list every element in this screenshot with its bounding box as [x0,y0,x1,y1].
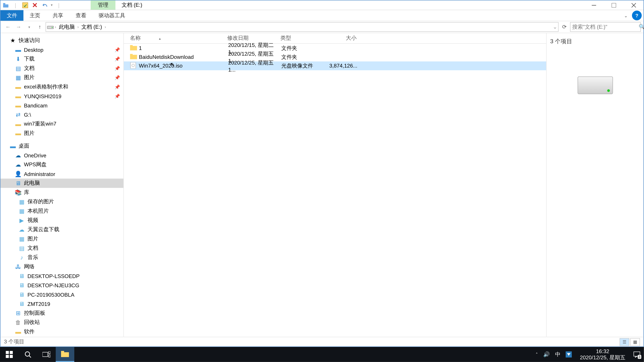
help-icon[interactable]: ? [632,10,642,20]
nav-label: 回收站 [24,319,40,326]
chevron-right-icon[interactable]: › [104,25,107,29]
nav-documents[interactable]: ▤文档📌 [0,64,124,73]
nav-wps[interactable]: ☁WPS网盘 [0,160,124,169]
tab-file[interactable]: 文件 [0,10,24,21]
tray-expand-icon[interactable]: ˄ [536,352,538,357]
nav-net-pc4[interactable]: 🖥ZMT2019 [0,299,124,308]
col-name[interactable]: 名称▲ [130,34,227,42]
undo-icon[interactable] [41,1,48,8]
nav-music[interactable]: ♪音乐 [0,253,124,262]
start-button[interactable] [0,347,18,362]
nav-onedrive[interactable]: ☁OneDrive [0,151,124,160]
col-date[interactable]: 修改日期 [227,34,280,42]
nav-bandicam[interactable]: ▬Bandicam [0,101,124,110]
search-box[interactable]: 🔍 [570,22,641,32]
back-button[interactable]: ← [3,22,13,32]
taskbar[interactable]: ˄ 🔊 中 16:32 2020/12/25, 星期五 3 [0,347,644,362]
address-dropdown-icon[interactable]: ⌄ [553,24,557,30]
nav-recycle[interactable]: 🗑回收站 [0,318,124,327]
file-list[interactable]: 名称▲ 修改日期 类型 大小 1 2020/12/15, 星期二 1... 文件… [124,33,546,337]
minimize-button[interactable] [584,0,604,10]
breadcrumb[interactable]: › 此电脑 › 文档 (E:) › ⌄ [46,22,559,32]
action-center-icon[interactable]: 3 [633,351,640,358]
ime-indicator[interactable]: 中 [555,351,560,358]
nav-this-pc[interactable]: 🖥此电脑 [0,178,124,188]
svg-rect-16 [10,351,13,354]
nav-saved-pics[interactable]: ▦保存的图片 [0,197,124,206]
nav-network[interactable]: 🖧网络 [0,262,124,271]
nav-net-pc3[interactable]: 🖥PC-20190530OBLA [0,290,124,299]
nav-desktop-root[interactable]: ▬桌面 [0,141,124,151]
context-tab-manage[interactable]: 管理 [91,0,116,10]
nav-pictures3[interactable]: ▦图片 [0,234,124,244]
history-dropdown-icon[interactable]: ▾ [24,22,34,32]
nav-video[interactable]: ▶视频 [0,216,124,225]
nav-pictures2[interactable]: ▬图片 [0,129,124,138]
separator: | [55,1,62,8]
svg-rect-25 [61,351,64,353]
nav-documents2[interactable]: ▤文档 [0,244,124,253]
col-type[interactable]: 类型 [280,34,325,42]
computer-icon: 🖥 [18,273,25,280]
folder-icon [130,53,137,60]
nav-pictures[interactable]: ▦图片📌 [0,73,124,82]
tab-drive-tools[interactable]: 驱动器工具 [92,10,131,21]
file-date: 2020/12/25, 星期五 1... [228,59,281,73]
nav-g-drive[interactable]: ⇄G:\ [0,110,124,119]
folder-icon [130,44,137,52]
preview-title: 3 个项目 [550,37,640,45]
folder-icon: ▬ [14,328,22,335]
qat-dropdown-icon[interactable]: ▾ [51,3,53,7]
file-row-selected[interactable]: Win7x64_2020.iso 2020/12/25, 星期五 1... 光盘… [124,61,546,70]
search-icon[interactable]: 🔍 [639,24,644,30]
up-button[interactable]: ↑ [35,22,44,32]
explorer-taskbar-button[interactable] [56,347,74,362]
nav-quick-access[interactable]: ★快速访问 [0,36,124,45]
nav-downloads[interactable]: ⬇下载📌 [0,54,124,63]
crumb-location[interactable]: 文档 (E:) [80,23,104,31]
close-button[interactable] [624,0,644,10]
search-input[interactable] [572,24,639,30]
navigation-pane[interactable]: ★快速访问 ▬Desktop📌 ⬇下载📌 ▤文档📌 ▦图片📌 ▬excel表格制… [0,33,124,337]
search-button[interactable] [18,347,37,362]
taskbar-clock[interactable]: 16:32 2020/12/25, 星期五 [577,348,628,361]
forward-button[interactable]: → [14,22,24,32]
maximize-button[interactable] [604,0,624,10]
tab-share[interactable]: 共享 [46,10,70,21]
column-headers: 名称▲ 修改日期 类型 大小 [124,33,546,44]
nav-soft[interactable]: ▬软件 [0,327,124,336]
nav-label: 软件 [24,328,34,336]
usb-icon: ⇄ [14,111,22,118]
col-size[interactable]: 大小 [325,34,360,42]
chevron-right-icon[interactable]: › [76,25,80,29]
nav-control-panel[interactable]: ⊞控制面板 [0,309,124,318]
tab-home[interactable]: 主页 [24,10,46,21]
nav-net-pc1[interactable]: 🖥DESKTOP-LSSOEDP [0,271,124,281]
delete-icon[interactable]: ✕ [31,1,38,8]
properties-icon[interactable] [22,1,29,8]
nav-libraries[interactable]: 📚库 [0,188,124,197]
tab-view[interactable]: 查看 [70,10,92,21]
nav-net-pc2[interactable]: 🖥DESKTOP-NJEU3CG [0,281,124,290]
nav-excel[interactable]: ▬excel表格制作求和📌 [0,82,124,91]
nav-tianyi[interactable]: ☁天翼云盘下载 [0,225,124,234]
ribbon-expand-icon[interactable]: ⌄ [621,13,630,18]
volume-icon[interactable]: 🔊 [543,351,550,358]
nav-desktop[interactable]: ▬Desktop📌 [0,45,124,54]
view-large-button[interactable]: ▦ [630,338,640,346]
task-view-button[interactable] [37,347,56,362]
refresh-button[interactable]: ⟳ [560,24,569,30]
nav-win7[interactable]: ▬win7重装win7 [0,119,124,129]
clock-date: 2020/12/25, 星期五 [580,355,626,361]
tray-app-icon[interactable] [566,351,572,358]
file-row[interactable]: BaiduNetdiskDownload 2020/12/25, 星期五 1..… [124,53,546,61]
nav-admin[interactable]: 👤Administrator [0,169,124,178]
title-bar: | ✕ ▾ | 管理 文档 (E:) [0,0,644,10]
view-details-button[interactable]: ☰ [620,338,629,346]
nav-yunqishi[interactable]: ▬YUNQISHI2019📌 [0,91,124,101]
chevron-right-icon[interactable]: › [54,25,57,29]
file-row[interactable]: 1 2020/12/15, 星期二 1... 文件夹 [124,44,546,53]
crumb-this-pc[interactable]: 此电脑 [57,23,76,31]
nav-local-pics[interactable]: ▦本机照片 [0,206,124,216]
network-icon: 🖧 [14,263,22,270]
